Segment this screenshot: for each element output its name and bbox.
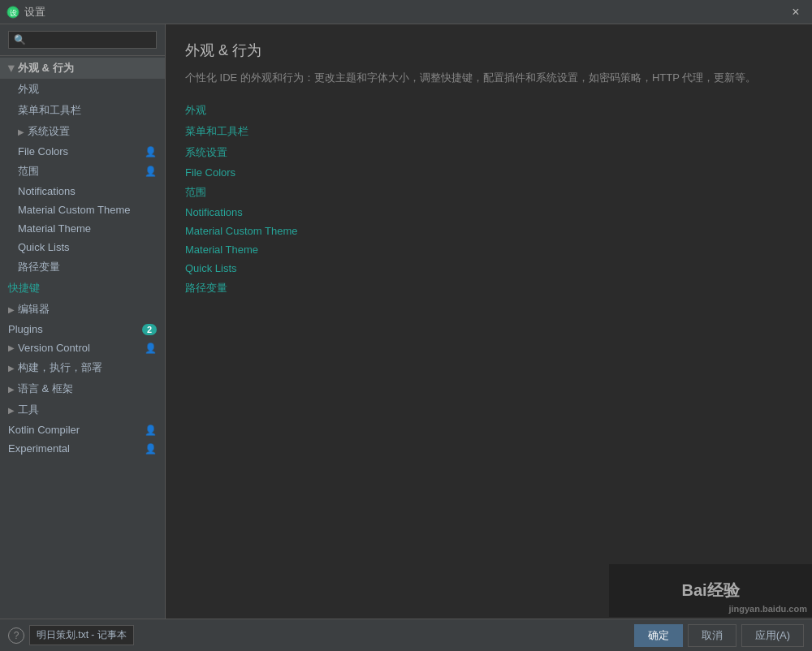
sidebar-item-tools[interactable]: ▶ 工具 — [0, 399, 165, 420]
search-input[interactable] — [8, 31, 157, 49]
sidebar-item-label: Plugins — [8, 323, 43, 335]
page-title: 外观 & 行为 — [185, 41, 793, 60]
sidebar-item-file-colors[interactable]: File Colors 👤 — [0, 142, 165, 161]
apply-button[interactable]: 应用(A) — [741, 624, 804, 647]
link-scope[interactable]: 范围 — [185, 185, 793, 200]
sidebar-item-label: Quick Lists — [18, 241, 70, 253]
sidebar-item-experimental[interactable]: Experimental 👤 — [0, 439, 165, 458]
sidebar-item-label: 编辑器 — [18, 302, 50, 317]
sidebar-item-appearance[interactable]: 外观 — [0, 79, 165, 100]
sidebar-item-system-settings[interactable]: ▶ 系统设置 — [0, 121, 165, 142]
sidebar-item-material-theme[interactable]: Material Theme — [0, 219, 165, 238]
sidebar-item-label: 系统设置 — [28, 124, 70, 139]
sidebar-item-path-variables[interactable]: 路径变量 — [0, 257, 165, 278]
taskbar-item[interactable]: 明日策划.txt - 记事本 — [29, 625, 134, 645]
sidebar-item-label: 语言 & 框架 — [18, 382, 73, 396]
settings-icon: 👤 — [145, 166, 157, 177]
sidebar-item-label: Material Custom Theme — [18, 204, 130, 216]
close-button[interactable]: × — [786, 2, 806, 22]
plugins-badge: 2 — [142, 324, 157, 335]
sidebar-item-label: Experimental — [8, 442, 70, 455]
arrow-icon: ▶ — [8, 305, 15, 314]
sidebar-item-label: 工具 — [18, 403, 39, 417]
sidebar-item-label: Version Control — [18, 342, 90, 354]
bottom-bar-left: ? 明日策划.txt - 记事本 — [8, 625, 134, 645]
sidebar-item-label: 快捷键 — [8, 281, 40, 295]
content-description: 个性化 IDE 的外观和行为：更改主题和字体大小，调整快捷键，配置插件和系统设置… — [185, 70, 793, 87]
content-links: 外观 菜单和工具栏 系统设置 File Colors 范围 Notificati… — [185, 103, 793, 295]
main-layout: ▶ 外观 & 行为 外观 菜单和工具栏 ▶ 系统设置 File Colors 👤 — [0, 24, 812, 619]
arrow-icon: ▶ — [8, 364, 15, 373]
title-bar-title: 设置 — [24, 5, 45, 19]
link-system-settings[interactable]: 系统设置 — [185, 145, 793, 160]
sidebar-item-menu-toolbar[interactable]: 菜单和工具栏 — [0, 100, 165, 121]
sidebar-item-label: 构建，执行，部署 — [18, 360, 102, 375]
sidebar-item-version-control[interactable]: ▶ Version Control 👤 — [0, 338, 165, 357]
sidebar-item-kotlin-compiler[interactable]: Kotlin Compiler 👤 — [0, 420, 165, 439]
sidebar-item-label: Notifications — [18, 185, 76, 197]
sidebar-item-scope[interactable]: 范围 👤 — [0, 161, 165, 182]
link-path-variables[interactable]: 路径变量 — [185, 281, 793, 295]
sidebar-item-lang-frameworks[interactable]: ▶ 语言 & 框架 — [0, 378, 165, 399]
help-button[interactable]: ? — [8, 627, 24, 644]
link-notifications[interactable]: Notifications — [185, 206, 793, 218]
bottom-bar-right: 确定 取消 应用(A) — [634, 624, 804, 647]
link-appearance[interactable]: 外观 — [185, 103, 793, 118]
sidebar-item-label: 范围 — [18, 164, 39, 179]
sidebar-item-label: Kotlin Compiler — [8, 424, 80, 436]
sidebar-item-label: 菜单和工具栏 — [18, 103, 81, 118]
arrow-icon: ▶ — [8, 406, 15, 415]
sidebar-item-quick-lists[interactable]: Quick Lists — [0, 238, 165, 257]
arrow-icon: ▶ — [8, 343, 15, 352]
link-file-colors[interactable]: File Colors — [185, 166, 793, 179]
sidebar-item-label: 外观 & 行为 — [18, 61, 74, 75]
arrow-icon: ▶ — [18, 127, 24, 136]
title-bar: 设 设置 × — [0, 0, 812, 24]
settings-icon: 👤 — [145, 146, 157, 157]
watermark-url: jingyan.baidu.com — [728, 604, 807, 614]
settings-icon: 👤 — [145, 343, 157, 354]
sidebar-item-label: Material Theme — [18, 222, 91, 235]
sidebar-item-notifications[interactable]: Notifications — [0, 182, 165, 200]
bottom-bar: ? 明日策划.txt - 记事本 确定 取消 应用(A) — [0, 619, 812, 651]
link-menu-toolbar[interactable]: 菜单和工具栏 — [185, 124, 793, 139]
svg-text:设: 设 — [10, 9, 17, 17]
sidebar-items: ▶ 外观 & 行为 外观 菜单和工具栏 ▶ 系统设置 File Colors 👤 — [0, 56, 165, 459]
sidebar-item-material-custom-theme[interactable]: Material Custom Theme — [0, 200, 165, 219]
sidebar-item-label: File Colors — [18, 145, 68, 157]
baidu-watermark: Bai经验 jingyan.baidu.com — [609, 564, 812, 617]
watermark-text: Bai经验 — [681, 580, 739, 601]
arrow-icon: ▶ — [7, 65, 16, 71]
settings-icon: 👤 — [145, 425, 157, 436]
sidebar-search-container — [0, 24, 165, 56]
link-quick-lists[interactable]: Quick Lists — [185, 262, 793, 274]
cancel-button[interactable]: 取消 — [688, 624, 736, 647]
content-area: 外观 & 行为 个性化 IDE 的外观和行为：更改主题和字体大小，调整快捷键，配… — [166, 24, 812, 619]
title-bar-left: 设 设置 — [6, 5, 45, 19]
sidebar-item-build[interactable]: ▶ 构建，执行，部署 — [0, 357, 165, 378]
sidebar-item-plugins[interactable]: Plugins 2 — [0, 320, 165, 338]
arrow-icon: ▶ — [8, 385, 15, 394]
sidebar-item-label: 外观 — [18, 82, 39, 97]
sidebar-item-label: 路径变量 — [18, 260, 60, 274]
link-material-custom-theme[interactable]: Material Custom Theme — [185, 225, 793, 237]
sidebar: ▶ 外观 & 行为 外观 菜单和工具栏 ▶ 系统设置 File Colors 👤 — [0, 24, 166, 619]
sidebar-item-shortcuts[interactable]: 快捷键 — [0, 278, 165, 299]
sidebar-item-appearance-behavior[interactable]: ▶ 外观 & 行为 — [0, 58, 165, 79]
sidebar-item-editor[interactable]: ▶ 编辑器 — [0, 299, 165, 320]
app-icon: 设 — [6, 6, 19, 19]
confirm-button[interactable]: 确定 — [634, 624, 683, 647]
link-material-theme[interactable]: Material Theme — [185, 244, 793, 256]
settings-icon: 👤 — [145, 443, 157, 455]
